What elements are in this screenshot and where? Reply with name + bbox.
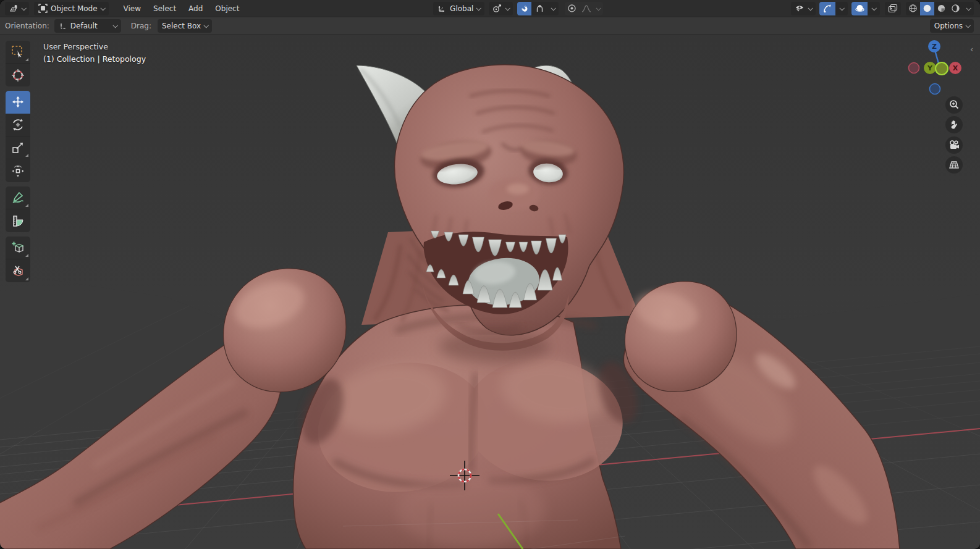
subtool-indicator — [25, 277, 28, 280]
rotate-tool[interactable] — [6, 114, 30, 136]
gizmo-y-label: Y — [927, 64, 933, 72]
subtool-indicator — [25, 204, 28, 207]
options-label: Options — [934, 22, 963, 30]
measure-tool[interactable] — [6, 209, 30, 232]
orientation-axes-icon — [437, 4, 447, 13]
falloff-curve-icon — [581, 4, 591, 13]
mode-selector[interactable]: Object Mode — [34, 2, 109, 15]
gizmo-minus-z-axis[interactable] — [930, 84, 940, 94]
move-tool[interactable] — [6, 91, 30, 114]
3d-viewport[interactable]: User Perspective (1) Collection | Retopo… — [0, 35, 980, 549]
navigation-gizmo[interactable]: Z Y X — [903, 35, 971, 103]
perspective-toggle-button[interactable] — [945, 156, 963, 174]
transform-tool[interactable] — [6, 159, 30, 182]
cursor-tool[interactable] — [6, 64, 30, 86]
add-cube-tool[interactable] — [6, 237, 30, 259]
viewport-header: Object Mode View Select Add Object Globa… — [0, 0, 980, 17]
chevron-down-icon — [204, 23, 209, 28]
transform-icon — [11, 164, 25, 178]
tool-settings-bar: Orientation: Default Drag: Select Box Op… — [0, 17, 980, 35]
pan-view-button[interactable] — [945, 116, 963, 133]
annotate-tool[interactable] — [6, 186, 30, 209]
orientation-label: Orientation: — [5, 22, 49, 30]
orientation-default-icon — [59, 21, 67, 30]
falloff-selector[interactable] — [579, 2, 593, 15]
annotate-pencil-icon — [11, 191, 25, 204]
shading-solid[interactable] — [920, 2, 934, 15]
scale-icon — [11, 141, 25, 154]
options-dropdown[interactable]: Options — [930, 19, 974, 33]
show-overlays-toggle[interactable] — [851, 2, 868, 15]
snap-with-selector[interactable] — [531, 2, 547, 15]
overlays-chevron[interactable] — [868, 2, 880, 15]
orientation-dropdown[interactable]: Default — [54, 19, 121, 33]
menu-add[interactable]: Add — [182, 2, 209, 15]
chevron-down-icon — [112, 23, 117, 28]
rendered-shading-icon — [951, 4, 960, 13]
pivot-point-selector[interactable] — [489, 2, 513, 15]
scissors-cube-icon — [11, 264, 25, 278]
view-name-label: User Perspective — [43, 41, 146, 53]
rotate-icon — [11, 118, 25, 132]
viewport-scene — [0, 35, 980, 549]
camera-view-button[interactable] — [945, 136, 963, 154]
proportional-editing-toggle[interactable] — [565, 2, 579, 15]
menu-object[interactable]: Object — [209, 2, 245, 15]
shading-material-preview[interactable] — [934, 2, 948, 15]
select-box-icon — [11, 45, 25, 59]
xray-toggle[interactable] — [885, 2, 901, 15]
material-preview-shading-icon — [937, 4, 946, 13]
gizmo-x-label: X — [953, 64, 958, 72]
chevron-down-icon — [551, 6, 556, 10]
proportional-editing-group — [565, 2, 603, 15]
show-gizmo-toggle[interactable] — [819, 2, 835, 15]
zoom-button[interactable] — [945, 96, 963, 114]
drag-dropdown-value: Select Box — [162, 22, 201, 30]
scissors-cube-tool[interactable] — [6, 259, 30, 282]
show-overlays-icon — [855, 4, 864, 13]
tweak-select-tool[interactable] — [6, 41, 30, 64]
chevron-down-icon — [966, 6, 971, 10]
object-visibility-selector[interactable] — [791, 2, 816, 15]
orientation-dropdown-value: Default — [70, 22, 98, 30]
gizmo-minus-y-axis[interactable] — [936, 62, 948, 75]
scale-tool[interactable] — [6, 136, 30, 159]
chevron-down-icon — [839, 6, 844, 10]
subtool-indicator — [25, 254, 28, 257]
orientation-value: Global — [450, 4, 473, 13]
mode-label: Object Mode — [51, 4, 98, 13]
shading-mode-group — [906, 2, 974, 15]
add-cube-icon — [11, 241, 25, 254]
object-data-icon — [38, 4, 48, 13]
snap-with-chevron[interactable] — [547, 2, 559, 15]
show-object-types-eye-icon — [795, 4, 805, 13]
measure-ruler-icon — [11, 214, 25, 228]
viewport-overlay-text: User Perspective (1) Collection | Retopo… — [43, 41, 146, 65]
tool-shelf — [6, 41, 30, 287]
editor-type-selector[interactable] — [5, 2, 29, 15]
blender-window: Object Mode View Select Add Object Globa… — [0, 0, 980, 549]
shading-wireframe[interactable] — [906, 2, 920, 15]
camera-view-icon — [948, 140, 960, 151]
zoom-icon — [948, 99, 960, 111]
menu-view[interactable]: View — [117, 2, 147, 15]
transform-orientation-selector[interactable]: Global — [433, 2, 484, 15]
sidebar-collapse-arrow[interactable]: ‹ — [970, 44, 973, 54]
snap-toggle[interactable] — [517, 2, 531, 15]
chevron-down-icon — [596, 6, 601, 10]
shading-rendered[interactable] — [948, 2, 963, 15]
pivot-point-icon — [492, 4, 502, 13]
falloff-chevron[interactable] — [593, 2, 603, 15]
subtool-indicator — [25, 58, 28, 61]
snapping-group — [517, 2, 559, 15]
3d-cursor-icon — [11, 69, 25, 82]
solid-shading-icon — [923, 4, 932, 13]
drag-label: Drag: — [131, 22, 151, 30]
shading-chevron[interactable] — [963, 2, 974, 15]
orthographic-grid-icon — [948, 159, 960, 170]
gizmo-minus-x-axis[interactable] — [909, 63, 919, 73]
drag-dropdown[interactable]: Select Box — [158, 19, 212, 33]
gizmo-chevron[interactable] — [835, 2, 848, 15]
proportional-editing-icon — [567, 4, 577, 13]
menu-select[interactable]: Select — [147, 2, 182, 15]
